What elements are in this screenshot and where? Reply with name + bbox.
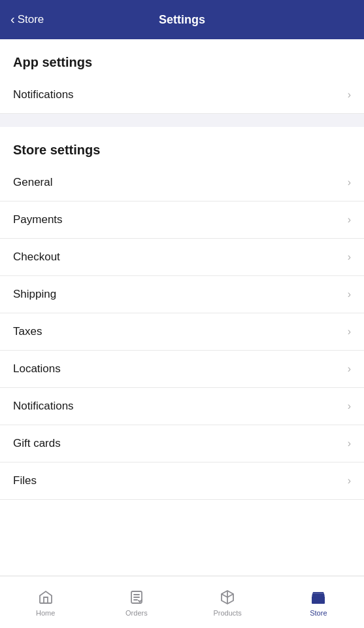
menu-item-gift-cards[interactable]: Gift cards › bbox=[0, 425, 364, 462]
products-icon bbox=[218, 588, 237, 606]
chevron-left-icon: ‹ bbox=[10, 12, 15, 27]
svg-point-4 bbox=[317, 594, 320, 597]
menu-item-checkout[interactable]: Checkout › bbox=[0, 239, 364, 276]
chevron-right-icon: › bbox=[348, 326, 351, 338]
tab-orders[interactable]: Orders bbox=[110, 588, 163, 617]
content: App settings Notifications › Store setti… bbox=[0, 39, 364, 552]
tab-products-label: Products bbox=[213, 609, 241, 617]
chevron-right-icon: › bbox=[348, 89, 351, 101]
chevron-right-icon: › bbox=[348, 400, 351, 412]
tab-store-label: Store bbox=[310, 609, 327, 617]
menu-item-label: General bbox=[13, 176, 52, 189]
chevron-right-icon: › bbox=[348, 214, 351, 226]
menu-item-label: Shipping bbox=[13, 288, 56, 301]
menu-item-label: Files bbox=[13, 474, 37, 487]
chevron-right-icon: › bbox=[348, 177, 351, 188]
svg-rect-2 bbox=[316, 599, 320, 604]
chevron-right-icon: › bbox=[348, 475, 351, 487]
tab-home-label: Home bbox=[36, 609, 55, 617]
chevron-right-icon: › bbox=[348, 288, 351, 300]
menu-item-label: Taxes bbox=[13, 325, 42, 338]
orders-icon bbox=[127, 588, 146, 606]
svg-point-3 bbox=[313, 594, 316, 597]
app-settings-section-title: App settings bbox=[0, 39, 364, 77]
chevron-right-icon: › bbox=[348, 363, 351, 375]
menu-item-label: Locations bbox=[13, 362, 61, 375]
tab-store[interactable]: Store bbox=[292, 588, 344, 617]
menu-item-shipping[interactable]: Shipping › bbox=[0, 276, 364, 313]
menu-item-label: Notifications bbox=[13, 88, 74, 101]
header: ‹ Store Settings bbox=[0, 0, 364, 39]
menu-item-general[interactable]: General › bbox=[0, 164, 364, 201]
chevron-right-icon: › bbox=[348, 251, 351, 263]
menu-item-label: Notifications bbox=[13, 400, 74, 413]
home-icon bbox=[37, 588, 55, 606]
page-title: Settings bbox=[159, 13, 205, 27]
menu-item-files[interactable]: Files › bbox=[0, 462, 364, 500]
svg-point-5 bbox=[321, 594, 324, 597]
menu-item-label: Checkout bbox=[13, 251, 60, 264]
tab-products[interactable]: Products bbox=[201, 588, 254, 617]
back-label: Store bbox=[18, 13, 44, 26]
store-settings-section-title: Store settings bbox=[0, 127, 364, 164]
menu-item-taxes[interactable]: Taxes › bbox=[0, 313, 364, 351]
tab-bar: Home Orders Products bbox=[0, 576, 364, 628]
store-icon bbox=[309, 588, 327, 606]
menu-item-label: Payments bbox=[13, 213, 63, 226]
tab-orders-label: Orders bbox=[125, 609, 148, 617]
back-button[interactable]: ‹ Store bbox=[10, 12, 44, 27]
menu-item-locations[interactable]: Locations › bbox=[0, 351, 364, 388]
tab-home[interactable]: Home bbox=[20, 588, 72, 617]
chevron-right-icon: › bbox=[348, 438, 351, 449]
menu-item-payments[interactable]: Payments › bbox=[0, 201, 364, 239]
menu-item-store-notifications[interactable]: Notifications › bbox=[0, 388, 364, 425]
menu-item-app-notifications[interactable]: Notifications › bbox=[0, 77, 364, 114]
section-divider bbox=[0, 114, 364, 127]
menu-item-label: Gift cards bbox=[13, 437, 61, 450]
